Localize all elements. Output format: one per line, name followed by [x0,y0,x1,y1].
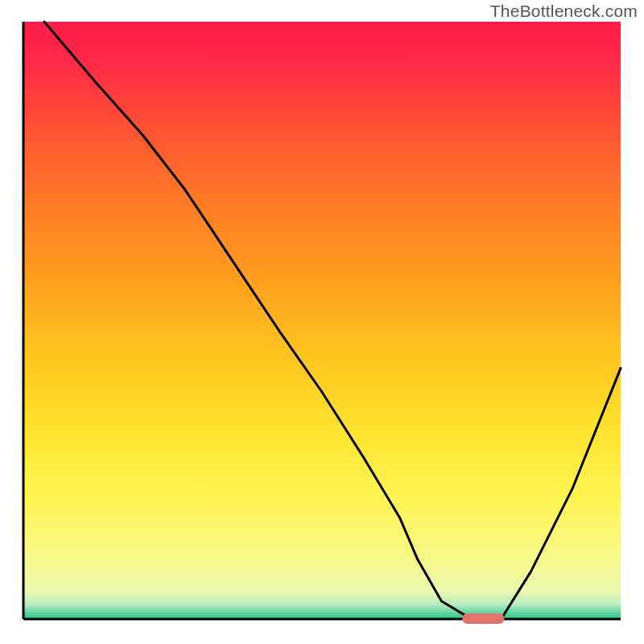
watermark-label: TheBottleneck.com [490,2,638,21]
gradient-area [23,22,621,619]
bottleneck-plot [0,0,644,644]
chart-frame: TheBottleneck.com [0,0,644,644]
result-marker [462,613,504,624]
